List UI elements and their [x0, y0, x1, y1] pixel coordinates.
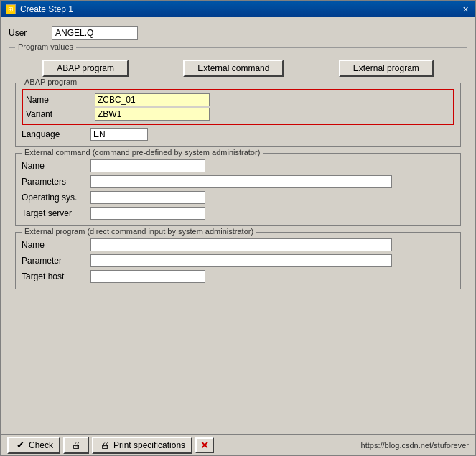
- ext-cmd-target-input[interactable]: [90, 207, 205, 220]
- abap-highlight-box: Name Variant: [22, 89, 454, 125]
- main-content: User Program values ABAP program Externa…: [1, 17, 475, 434]
- abap-program-section: ABAP program Name Variant Language: [15, 83, 461, 147]
- abap-name-label: Name: [26, 95, 90, 105]
- external-command-title: External command (command pre-defined by…: [22, 148, 263, 157]
- external-program-section: External program (direct command input b…: [15, 232, 461, 289]
- ext-cmd-name-label: Name: [22, 161, 86, 171]
- title-bar-left: ⊞ Create Step 1: [6, 4, 73, 14]
- program-values-section: Program values ABAP program External com…: [9, 47, 467, 294]
- status-left: ✔ Check 🖨 🖨 Print specifications ✕: [7, 437, 214, 454]
- print-icon-button[interactable]: 🖨: [63, 437, 89, 454]
- ext-prg-host-input[interactable]: [90, 270, 205, 283]
- ext-cmd-params-label: Parameters: [22, 177, 86, 187]
- ext-prg-host-label: Target host: [22, 271, 86, 281]
- external-command-button[interactable]: External command: [183, 60, 284, 77]
- status-url: https://blog.csdn.net/stuforever: [361, 441, 469, 450]
- ext-cmd-name-input[interactable]: [90, 159, 205, 172]
- ext-cmd-params-input[interactable]: [90, 175, 392, 188]
- external-program-button[interactable]: External program: [339, 60, 434, 77]
- ext-cmd-name-row: Name: [22, 158, 454, 174]
- user-label: User: [9, 28, 45, 38]
- user-input[interactable]: [52, 26, 138, 40]
- abap-language-input[interactable]: [90, 128, 148, 141]
- abap-name-input[interactable]: [95, 93, 210, 106]
- abap-variant-label: Variant: [26, 109, 90, 119]
- ext-prg-name-label: Name: [22, 240, 86, 250]
- ext-prg-host-row: Target host: [22, 269, 454, 284]
- ext-prg-name-row: Name: [22, 237, 454, 253]
- abap-name-row: Name: [26, 93, 450, 107]
- printer-icon: 🖨: [70, 439, 82, 451]
- window-title: Create Step 1: [20, 4, 73, 14]
- ext-cmd-opsys-label: Operating sys.: [22, 192, 86, 203]
- ext-prg-param-row: Parameter: [22, 253, 454, 269]
- ext-cmd-params-row: Parameters: [22, 174, 454, 190]
- print-specs-icon: 🖨: [99, 439, 111, 451]
- main-window: ⊞ Create Step 1 ✕ User Program values AB…: [0, 0, 476, 456]
- abap-program-button[interactable]: ABAP program: [42, 60, 129, 77]
- program-values-content: ABAP program External command External p…: [15, 54, 461, 289]
- cancel-button[interactable]: ✕: [195, 437, 214, 453]
- check-icon: ✔: [14, 439, 26, 451]
- abap-variant-row: Variant: [26, 107, 450, 121]
- ext-cmd-target-row: Target server: [22, 205, 454, 221]
- window-icon: ⊞: [6, 4, 16, 14]
- ext-prg-name-input[interactable]: [90, 238, 392, 251]
- program-values-title: Program values: [15, 42, 76, 51]
- ext-cmd-target-label: Target server: [22, 208, 86, 218]
- check-label: Check: [29, 440, 53, 450]
- tab-buttons-row: ABAP program External command External p…: [15, 57, 461, 80]
- print-specs-button[interactable]: 🖨 Print specifications: [92, 437, 192, 454]
- ext-prg-param-label: Parameter: [22, 256, 86, 266]
- external-command-section: External command (command pre-defined by…: [15, 153, 461, 226]
- external-program-title: External program (direct command input b…: [22, 227, 256, 236]
- abap-section-title: ABAP program: [22, 78, 80, 86]
- abap-variant-input[interactable]: [95, 108, 210, 121]
- abap-language-label: Language: [22, 129, 86, 139]
- ext-cmd-opsys-input[interactable]: [90, 191, 205, 204]
- status-bar: ✔ Check 🖨 🖨 Print specifications ✕ https…: [1, 434, 475, 455]
- print-specs-label: Print specifications: [113, 440, 185, 450]
- abap-language-row: Language: [22, 126, 454, 142]
- ext-cmd-opsys-row: Operating sys.: [22, 190, 454, 205]
- title-bar: ⊞ Create Step 1 ✕: [1, 1, 475, 17]
- ext-prg-param-input[interactable]: [90, 254, 392, 267]
- window-close-button[interactable]: ✕: [461, 5, 470, 14]
- check-button[interactable]: ✔ Check: [7, 437, 60, 454]
- user-row: User: [9, 23, 467, 43]
